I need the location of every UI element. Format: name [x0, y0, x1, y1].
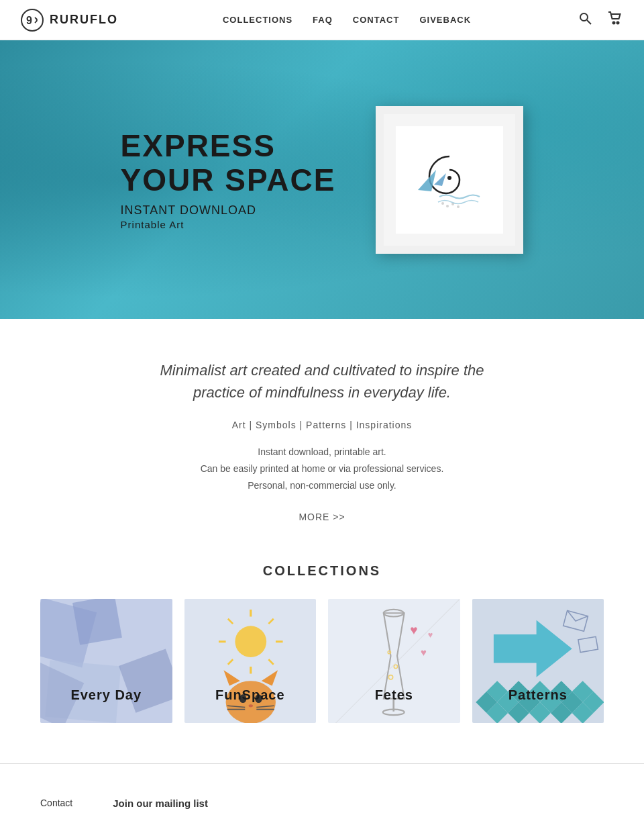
- desc3: Personal, non-commercial use only.: [94, 477, 550, 494]
- svg-point-41: [394, 665, 397, 668]
- collection-label-everyday: Every Day: [40, 687, 172, 703]
- svg-point-10: [446, 205, 449, 207]
- svg-text:♥: ♥: [410, 623, 417, 637]
- svg-point-6: [447, 176, 451, 180]
- main-nav: COLLECTIONS FAQ CONTACT GIVEBACK: [223, 15, 471, 25]
- site-header: 9 RURUFLO COLLECTIONS FAQ CONTACT GIVEBA…: [0, 0, 644, 40]
- svg-line-26: [268, 659, 273, 664]
- footer-link-contact[interactable]: Contact: [40, 798, 72, 808]
- collection-label-patterns: Patterns: [472, 687, 604, 703]
- desc1: Instant download, printable art.: [94, 444, 550, 461]
- more-link[interactable]: MORE >>: [299, 512, 345, 522]
- collection-card-funspace[interactable]: FunSpace: [184, 599, 317, 723]
- svg-point-2: [580, 13, 588, 21]
- svg-rect-16: [119, 649, 172, 712]
- collection-label-fetes: Fetes: [328, 687, 460, 703]
- mailing-title: Join our mailing list: [113, 798, 604, 809]
- svg-text:♥: ♥: [428, 630, 433, 640]
- svg-marker-28: [223, 670, 239, 685]
- middle-section: Minimalist art created and cultivated to…: [67, 319, 577, 550]
- svg-marker-63: [493, 620, 572, 677]
- header-actions: [576, 9, 624, 31]
- hero-frame-inner: [396, 126, 503, 234]
- svg-line-23: [227, 618, 232, 623]
- hero-content: EXPRESS YOUR SPACE INSTANT DOWNLOAD Prin…: [121, 106, 524, 254]
- collection-card-everyday[interactable]: Every Day: [40, 599, 172, 723]
- svg-rect-65: [578, 636, 597, 652]
- svg-point-12: [457, 205, 460, 208]
- svg-line-25: [227, 659, 232, 664]
- categories: Art | Symbols | Patterns | Inspirations: [94, 420, 550, 430]
- svg-point-42: [388, 651, 390, 653]
- svg-text:♥: ♥: [421, 647, 427, 658]
- collections-title: COLLECTIONS: [40, 563, 604, 579]
- hero-section: EXPRESS YOUR SPACE INSTANT DOWNLOAD Prin…: [0, 40, 644, 319]
- hero-text: EXPRESS YOUR SPACE INSTANT DOWNLOAD Prin…: [121, 129, 336, 230]
- svg-point-9: [441, 202, 444, 205]
- collections-section: COLLECTIONS Every Day: [0, 550, 644, 763]
- hero-line4: Printable Art: [121, 219, 336, 230]
- cart-icon: [608, 11, 621, 25]
- footer-links: Contact FAQ About Home: [40, 798, 72, 815]
- svg-marker-8: [434, 173, 446, 186]
- collection-label-funspace: FunSpace: [184, 687, 317, 703]
- hero-frame: [376, 106, 523, 254]
- svg-point-40: [388, 675, 392, 679]
- patterns-art: [472, 599, 604, 723]
- site-footer: Contact FAQ About Home Join our mailing …: [0, 763, 644, 815]
- logo-link[interactable]: 9 RURUFLO: [20, 8, 118, 32]
- desc2: Can be easily printed at home or via pro…: [94, 461, 550, 477]
- description: Instant download, printable art. Can be …: [94, 444, 550, 495]
- nav-contact[interactable]: CONTACT: [353, 15, 400, 25]
- svg-point-18: [235, 626, 266, 657]
- collection-card-fetes[interactable]: ♥ ♥ ♥ Fetes: [328, 599, 460, 723]
- nav-collections[interactable]: COLLECTIONS: [223, 15, 292, 25]
- svg-text:9: 9: [26, 15, 32, 26]
- hero-line2: YOUR SPACE: [121, 163, 336, 197]
- search-icon: [578, 11, 592, 25]
- logo-icon: 9: [20, 8, 44, 32]
- cart-button[interactable]: [605, 9, 624, 31]
- svg-point-4: [613, 22, 615, 24]
- svg-marker-29: [261, 670, 277, 685]
- footer-mailing: Join our mailing list SUBSCRIBE: [113, 798, 604, 815]
- svg-line-24: [268, 618, 273, 623]
- svg-rect-14: [72, 599, 122, 645]
- collections-grid: Every Day: [40, 599, 604, 723]
- search-button[interactable]: [576, 9, 594, 31]
- svg-line-3: [587, 20, 591, 24]
- svg-point-32: [248, 704, 252, 707]
- svg-point-0: [21, 9, 43, 31]
- hero-art-svg: [406, 136, 493, 224]
- collection-card-patterns[interactable]: Patterns: [472, 599, 604, 723]
- everyday-art: [40, 599, 172, 723]
- hero-line3: INSTANT DOWNLOAD: [121, 203, 336, 218]
- footer-top: Contact FAQ About Home Join our mailing …: [40, 798, 604, 815]
- svg-point-5: [617, 22, 619, 24]
- nav-faq[interactable]: FAQ: [313, 15, 333, 25]
- nav-giveback[interactable]: GIVEBACK: [419, 15, 471, 25]
- tagline: Minimalist art created and cultivated to…: [94, 359, 550, 403]
- fetes-art: ♥ ♥ ♥: [328, 599, 460, 723]
- svg-point-11: [451, 203, 454, 205]
- funspace-art: [184, 599, 317, 723]
- logo-text: RURUFLO: [50, 13, 118, 27]
- hero-line1: EXPRESS: [121, 129, 336, 163]
